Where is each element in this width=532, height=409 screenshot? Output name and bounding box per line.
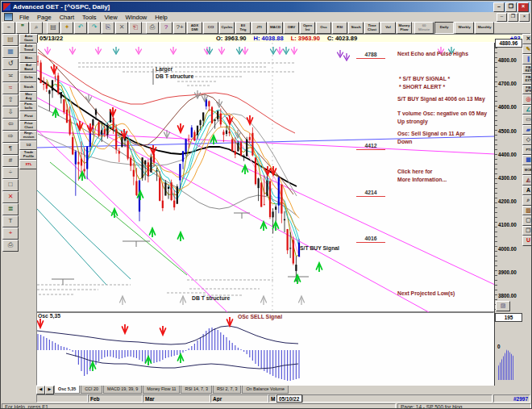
ellipse-tool[interactable]: ▰ — [522, 125, 532, 136]
study-1-2[interactable]: 1/2 — [19, 140, 38, 150]
tab-rsi-14-7-3[interactable]: RSI 14, 7, 3 — [181, 386, 211, 394]
period-daily[interactable]: Daily — [434, 22, 454, 34]
pti-tool[interactable]: PTI — [522, 145, 532, 156]
fib-extension-tool[interactable]: FIBEXT — [522, 74, 532, 85]
indicator-osc[interactable]: Osc — [316, 22, 331, 34]
tw-icon[interactable]: T — [2, 215, 19, 227]
more-info-link[interactable]: Click here for — [397, 169, 432, 174]
indicator-money-flow[interactable]: MoneyFlow — [397, 22, 412, 34]
indicator-obv[interactable]: OBV — [284, 22, 299, 34]
tab-on-balance-volume[interactable]: On Balance Volume — [242, 386, 289, 394]
scroll-down-icon[interactable]: ⇩ — [2, 106, 19, 119]
erase-tool[interactable]: ✕ — [522, 34, 532, 44]
indicator-jti[interactable]: JTI — [251, 22, 267, 34]
context-help-icon[interactable]: ?+ — [173, 22, 186, 34]
undo-tool[interactable]: U — [522, 236, 532, 246]
menu-window[interactable]: Window — [122, 13, 152, 22]
profile-tool[interactable]: ◭ — [522, 175, 532, 186]
tab-rsi-2-7-3[interactable]: RSI 2, 7, 3 — [213, 386, 241, 394]
study-price-clust[interactable]: PriceClust — [19, 121, 38, 131]
page-layout-icon[interactable]: ▦ — [2, 46, 19, 58]
indicator-macd[interactable]: MACD — [268, 22, 283, 34]
price-label-icon[interactable]: ¶ — [2, 143, 19, 155]
print-icon[interactable]: ⎙ — [146, 22, 159, 34]
add-study-icon[interactable]: + — [2, 227, 19, 240]
refresh-page-icon[interactable]: ⎗ — [129, 22, 142, 34]
scroll-left-icon[interactable]: ⇦ — [2, 119, 19, 131]
scroll-right-icon[interactable]: ⇨ — [2, 131, 19, 143]
study-auto-trend[interactable]: AutoTrend — [19, 44, 38, 53]
study-para-bolic[interactable]: Para-bolic — [19, 102, 38, 111]
copy-page-icon[interactable]: ⎘ — [102, 22, 114, 34]
period-weekly[interactable]: Weekly — [455, 22, 474, 34]
minimize-button[interactable]: – — [493, 2, 505, 12]
help-icon[interactable]: ? — [160, 22, 172, 34]
indicator-rsi[interactable]: RSI — [332, 22, 347, 34]
studies-icon[interactable]: ≍ — [2, 70, 19, 82]
mdi-system-icon[interactable] — [4, 13, 13, 21]
oscillator-canvas[interactable] — [37, 313, 493, 385]
indicator-time-clust[interactable]: TimeClust — [364, 22, 380, 34]
mdi-restore-button[interactable]: ❐ — [508, 13, 518, 22]
menu-chart[interactable]: Chart — [56, 13, 78, 22]
study-auto-gann[interactable]: AutoGann — [19, 34, 38, 44]
axis-properties-button[interactable]: ▨ — [496, 301, 510, 311]
lines-icon[interactable]: ✕ — [2, 191, 19, 203]
tab-osc-5-35[interactable]: Osc 5,35 — [54, 386, 80, 394]
tab-macd-19-39-9[interactable]: MACD 19, 39, 9 — [103, 386, 142, 394]
box-select-icon[interactable]: □ — [2, 179, 19, 191]
data-link-icon[interactable]: ⌁ — [2, 22, 15, 34]
study-mov-avg[interactable]: MovAvg — [19, 92, 38, 102]
gann-fan-tool[interactable]: ∠ — [522, 105, 532, 115]
page-print-icon[interactable]: ⎙ — [2, 240, 19, 252]
maximize-button[interactable]: ❐ — [505, 2, 517, 12]
quote-icon[interactable]: ❞ — [16, 22, 29, 34]
study-bol-band[interactable]: BolBand — [19, 63, 38, 73]
gann-circle-tool[interactable]: ◎ — [522, 94, 532, 105]
study-regr-ession[interactable]: Regr-ession — [19, 131, 38, 140]
indicator-stoch[interactable]: Stoch — [348, 22, 364, 34]
chart-manager-icon[interactable]: ▤ — [2, 34, 19, 46]
fib-retracement-tool[interactable]: FIBRET — [522, 65, 532, 75]
rhombus-tool[interactable]: ◇ — [522, 135, 532, 145]
box-tool[interactable]: ▭ — [522, 115, 532, 125]
time-cluster-tool[interactable]: ▦ — [522, 155, 532, 165]
indicator-adx-dmi[interactable]: ADXDMI — [187, 22, 202, 34]
period-monthly[interactable]: Monthly — [475, 22, 494, 34]
menu-tools[interactable]: Tools — [78, 13, 101, 22]
indicator-cci[interactable]: CCI — [203, 22, 218, 34]
menu-help[interactable]: Help — [151, 13, 171, 22]
scroll-up-icon[interactable]: ⇧ — [2, 94, 19, 106]
mdi-close-button[interactable]: × — [519, 13, 530, 22]
indicator-ell-trig[interactable]: EllTrig — [235, 22, 251, 34]
pencil-tool[interactable]: ✎ — [522, 44, 532, 55]
color-tool[interactable]: ▨ — [522, 206, 532, 216]
fib-spiral-tool[interactable]: FIBSPK — [522, 85, 532, 95]
zoom-tool[interactable]: ⌕ — [522, 195, 532, 206]
select-region-tool[interactable]: ▢ — [522, 215, 532, 226]
oscillator-plot[interactable] — [36, 312, 494, 386]
copy-tool[interactable]: ❐ — [522, 226, 532, 236]
divide-icon[interactable]: ÷ — [2, 167, 19, 179]
price-axis[interactable]: 4800.004700.004600.004500.004400.004300.… — [494, 43, 522, 312]
tab-money-flow-11[interactable]: Money Flow 11 — [143, 386, 180, 394]
mob-tool[interactable]: MOB — [522, 165, 532, 176]
auto-rescale-icon[interactable]: ↺ — [2, 58, 19, 70]
indicator-vol[interactable]: Vol — [380, 22, 396, 34]
new-chart-icon[interactable]: ▤ — [47, 22, 60, 34]
menu-view[interactable]: View — [100, 13, 121, 22]
study-delta[interactable]: Delta — [19, 73, 38, 82]
elliott-icon[interactable]: ≈ — [2, 82, 19, 94]
more-info-link[interactable]: More Information... — [397, 177, 447, 182]
study-bias[interactable]: Bias — [19, 53, 38, 63]
indicator-open-int[interactable]: OpenInt — [300, 22, 315, 34]
export-icon[interactable]: ↷ — [88, 22, 101, 34]
study-xtl[interactable]: XTL — [19, 160, 38, 169]
menu-file[interactable]: File — [15, 13, 33, 22]
study-stoch[interactable]: Stoch — [19, 82, 38, 92]
study-trade-profile[interactable]: TradeProfile — [19, 150, 38, 160]
lock-icon[interactable]: ✦ — [60, 22, 73, 34]
import-icon[interactable]: ↶ — [74, 22, 87, 34]
tab-cci-20[interactable]: CCI 20 — [81, 386, 102, 394]
menu-page[interactable]: Page — [33, 13, 56, 22]
